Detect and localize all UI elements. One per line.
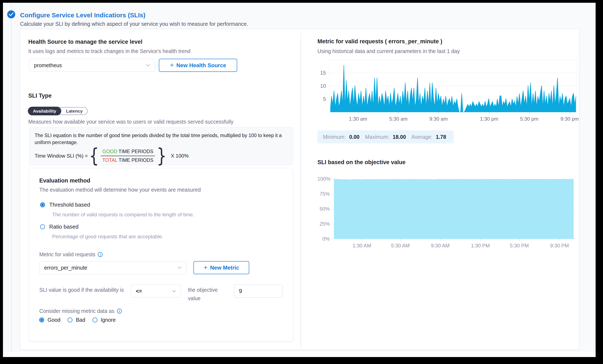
y-axis-tick-label: 100% bbox=[317, 176, 330, 182]
sli-type-description: Measures how available your service was … bbox=[28, 119, 233, 125]
x-axis-tick-label: 5:30 PM bbox=[502, 243, 536, 249]
sli-chart-title: SLI based on the objective value bbox=[317, 159, 406, 166]
page-title: Configure Service Level Indicatiors (SLI… bbox=[20, 12, 146, 19]
ratio-radio[interactable] bbox=[40, 224, 45, 229]
chevron-down-icon bbox=[177, 266, 182, 269]
y-axis-tick-label: 25% bbox=[317, 221, 330, 227]
missing-option-good[interactable]: Good bbox=[39, 317, 60, 323]
average-value: 1.78 bbox=[436, 134, 446, 140]
equation-denominator: TOTAL TIME PERIODS bbox=[101, 156, 155, 164]
metric-series bbox=[329, 60, 577, 112]
sli-chart-y-axis: 0%25%50%75%100% bbox=[317, 179, 330, 249]
chevron-down-icon bbox=[146, 64, 150, 67]
threshold-based-option[interactable]: Threshold based bbox=[40, 201, 90, 208]
preview-panel: Metric for valid requests ( errors_per_m… bbox=[301, 33, 579, 347]
maximum-value: 18.00 bbox=[393, 134, 406, 140]
average-label: Average: bbox=[411, 134, 433, 140]
ratio-based-option[interactable]: Ratio based bbox=[40, 223, 79, 230]
left-brace: { bbox=[89, 148, 99, 164]
sli-type-heading: SLI Type bbox=[28, 93, 52, 99]
sli-equation-text: The SLI equation is the number of good t… bbox=[35, 132, 287, 146]
evaluation-description: The evaluation method will determine how… bbox=[39, 187, 201, 193]
metric-chart: 51015 1:30 am5:30 am9:30 am1:30 pm5:30 p… bbox=[317, 60, 577, 125]
x-axis-tick-label: 1:30 pm bbox=[472, 116, 506, 122]
chevron-down-icon bbox=[172, 290, 176, 292]
x-axis-tick-label: 9:30 pm bbox=[553, 116, 587, 122]
y-axis-tick-label: 0% bbox=[317, 236, 330, 242]
missing-option-bad[interactable]: Bad bbox=[68, 317, 85, 323]
x-axis-tick-label: 9:30 am bbox=[422, 116, 455, 122]
sli-chart-x-axis: 1:30 AM5:30 AM9:30 AM1:30 PM5:30 PM9:30 … bbox=[333, 243, 575, 249]
y-axis-tick-label: 10 bbox=[317, 83, 326, 89]
sli-equation-formula: Time Window SLI (%) = { GOOD TIME PERIOD… bbox=[35, 148, 189, 164]
x-axis-tick-label: 5:30 am bbox=[382, 116, 415, 122]
minimum-value: 0.00 bbox=[349, 134, 359, 140]
y-axis-tick-label: 5 bbox=[317, 96, 326, 102]
new-metric-button[interactable]: + New Metric bbox=[194, 261, 249, 274]
operator-select[interactable]: <= bbox=[131, 285, 181, 298]
x-axis-tick-label: 9:30 AM bbox=[423, 243, 457, 249]
sli-chart: 0%25%50%75%100% 1:30 AM5:30 AM9:30 AM1:3… bbox=[317, 179, 575, 249]
equation-numerator: GOOD TIME PERIODS bbox=[101, 148, 155, 156]
metric-selected-value: errors_per_minute bbox=[44, 265, 87, 271]
health-source-description: It uses logs and metrics to track change… bbox=[28, 48, 190, 54]
equation-lhs: Time Window SLI (%) = bbox=[35, 153, 88, 159]
ignore-radio[interactable] bbox=[93, 317, 97, 322]
equation-rhs: X 100% bbox=[171, 153, 189, 159]
objective-value-input[interactable] bbox=[234, 285, 282, 298]
step-complete-icon bbox=[7, 10, 15, 18]
maximum-label: Maximum: bbox=[365, 134, 389, 140]
evaluation-heading: Evaluation method bbox=[39, 177, 90, 184]
metric-chart-y-axis: 51015 bbox=[317, 60, 326, 125]
sli-type-toggle: Availability Latency bbox=[28, 107, 88, 115]
metric-select[interactable]: errors_per_minute bbox=[39, 261, 186, 274]
stepper-line bbox=[11, 3, 12, 352]
metric-valid-requests-label-row: Metric for valid requests i bbox=[39, 251, 103, 258]
sli-type-option-availability[interactable]: Availability bbox=[28, 107, 61, 115]
info-icon[interactable]: i bbox=[98, 252, 103, 257]
metric-chart-x-axis: 1:30 am5:30 am9:30 am1:30 pm5:30 pm9:30 … bbox=[329, 116, 577, 123]
minimum-label: Minimum: bbox=[323, 134, 346, 140]
check-icon bbox=[9, 12, 13, 16]
y-axis-tick-label: 75% bbox=[317, 191, 330, 197]
new-health-source-button[interactable]: + New Health Source bbox=[159, 59, 237, 72]
missing-option-ignore[interactable]: Ignore bbox=[93, 317, 116, 323]
plus-icon: + bbox=[170, 62, 174, 69]
missing-data-options: Good Bad Ignore bbox=[39, 317, 116, 323]
condition-prefix-label: SLI value is good if the availability is bbox=[39, 286, 132, 294]
metric-chart-title: Metric for valid requests ( errors_per_m… bbox=[317, 38, 442, 45]
operator-selected-value: <= bbox=[136, 288, 142, 294]
y-axis-tick-label: 50% bbox=[317, 206, 330, 212]
y-axis-tick-label: 15 bbox=[317, 70, 326, 76]
bad-radio[interactable] bbox=[68, 317, 72, 322]
x-axis-tick-label: 1:30 am bbox=[341, 116, 375, 122]
health-source-select[interactable]: prometheus bbox=[29, 59, 155, 72]
metric-stats-chip: Minimum: 0.00 Maximum: 18.00 Average: 1.… bbox=[317, 130, 454, 143]
page-subtitle: Calculate your SLI by defining which asp… bbox=[20, 21, 248, 27]
health-source-heading: Health Source to manage the service leve… bbox=[28, 39, 142, 45]
x-axis-tick-label: 1:30 AM bbox=[345, 243, 379, 249]
sli-config-card: Health Source to manage the service leve… bbox=[20, 29, 579, 350]
ratio-description: Percentage of good requests that are acc… bbox=[52, 234, 163, 240]
metric-chart-subtitle: Using historical data and current parame… bbox=[317, 48, 460, 54]
plus-icon: + bbox=[204, 264, 208, 271]
sli-series bbox=[333, 179, 575, 239]
app-window: Configure Service Level Indicatiors (SLI… bbox=[3, 3, 596, 357]
sli-chart-plot bbox=[333, 179, 575, 239]
metric-valid-requests-label: Metric for valid requests bbox=[39, 251, 95, 258]
x-axis-tick-label: 5:30 pm bbox=[512, 116, 546, 122]
good-radio[interactable] bbox=[39, 317, 44, 322]
threshold-radio[interactable] bbox=[40, 202, 45, 207]
evaluation-card: Evaluation method The evaluation method … bbox=[29, 168, 293, 341]
missing-data-label: Consider missing metric data as bbox=[39, 308, 115, 314]
sli-equation-box: The SLI equation is the number of good t… bbox=[29, 127, 293, 165]
x-axis-tick-label: 9:30 PM bbox=[543, 243, 576, 249]
info-icon[interactable]: i bbox=[117, 309, 122, 314]
threshold-description: The number of valid requests is compared… bbox=[52, 212, 194, 218]
health-source-selected-value: prometheus bbox=[34, 62, 62, 69]
x-axis-tick-label: 5:30 AM bbox=[383, 243, 417, 249]
missing-data-label-row: Consider missing metric data as i bbox=[39, 308, 122, 314]
metric-chart-plot bbox=[329, 60, 577, 112]
sli-type-option-latency[interactable]: Latency bbox=[61, 107, 87, 115]
right-brace: } bbox=[157, 148, 167, 164]
